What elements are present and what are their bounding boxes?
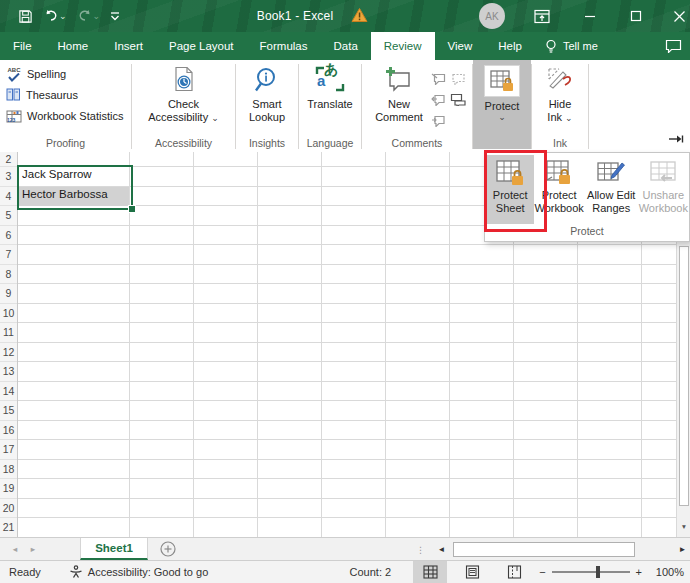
tabbar-splitter[interactable]: ⋮ bbox=[416, 538, 425, 561]
ribbon-display-options-icon bbox=[534, 9, 550, 24]
tab-view[interactable]: View bbox=[435, 32, 486, 60]
allow-edit-ranges-label-line1: Allow Edit bbox=[587, 189, 635, 201]
spelling-icon: ABC bbox=[6, 67, 22, 82]
row-headers[interactable]: 23456789101112131415161718192021 bbox=[0, 152, 18, 537]
horizontal-scrollbar-track[interactable] bbox=[449, 542, 675, 557]
row-header-14[interactable]: 14 bbox=[0, 382, 17, 402]
previous-comment-button[interactable] bbox=[448, 68, 468, 89]
tab-help[interactable]: Help bbox=[485, 32, 535, 60]
row-header-17[interactable]: 17 bbox=[0, 440, 17, 460]
accessibility-status[interactable]: Accessibility: Good to go bbox=[69, 565, 208, 579]
row-header-11[interactable]: 11 bbox=[0, 323, 17, 343]
fill-handle[interactable] bbox=[128, 205, 136, 213]
undo-dropdown-chevron-icon[interactable]: ⌄ bbox=[59, 12, 67, 20]
accessibility-checker-icon bbox=[69, 565, 83, 579]
close-button[interactable] bbox=[657, 0, 690, 32]
sheet-nav-right-button[interactable]: ► bbox=[22, 541, 45, 558]
undo-button[interactable]: ⌄ bbox=[39, 6, 71, 26]
count-indicator[interactable]: Count: 2 bbox=[350, 566, 392, 578]
row-header-8[interactable]: 8 bbox=[0, 265, 17, 285]
hide-ink-button[interactable]: Hide Ink ⌄ bbox=[532, 63, 588, 123]
maximize-button[interactable] bbox=[614, 0, 658, 32]
grid-row-8 bbox=[18, 265, 676, 285]
excel-window: ⌄ ⌄ Book1 - Excel bbox=[0, 0, 690, 583]
zoom-slider[interactable] bbox=[552, 571, 630, 573]
zoom-level[interactable]: 100% bbox=[650, 566, 684, 578]
warning-icon[interactable] bbox=[351, 7, 368, 25]
zoom-in-button[interactable]: + bbox=[636, 566, 642, 578]
window-title: Book1 - Excel bbox=[160, 9, 430, 23]
tell-me-label: Tell me bbox=[563, 40, 598, 52]
tab-formulas[interactable]: Formulas bbox=[247, 32, 321, 60]
row-header-9[interactable]: 9 bbox=[0, 284, 17, 304]
delete-comment-button[interactable] bbox=[428, 68, 448, 89]
vertical-scrollbar-thumb[interactable] bbox=[679, 246, 689, 506]
row-header-3[interactable]: 3 bbox=[0, 167, 17, 187]
ribbon-display-options-button[interactable] bbox=[520, 0, 564, 32]
workbook-statistics-button[interactable]: 123 Workbook Statistics bbox=[6, 107, 137, 125]
grid-row-15 bbox=[18, 401, 676, 421]
tab-page-layout[interactable]: Page Layout bbox=[156, 32, 247, 60]
minimize-icon bbox=[584, 10, 596, 22]
comments-pane-button[interactable] bbox=[665, 32, 682, 60]
redo-button[interactable]: ⌄ bbox=[73, 6, 105, 26]
horizontal-scrollbar-thumb[interactable] bbox=[453, 542, 635, 557]
tab-insert[interactable]: Insert bbox=[101, 32, 156, 60]
sheet-tab-sheet1[interactable]: Sheet1 bbox=[80, 538, 148, 560]
row-header-18[interactable]: 18 bbox=[0, 460, 17, 480]
row-header-2[interactable]: 2 bbox=[0, 152, 17, 167]
row-header-7[interactable]: 7 bbox=[0, 245, 17, 265]
smart-lookup-button[interactable]: Smart Lookup bbox=[239, 63, 295, 123]
next-comment-button[interactable] bbox=[428, 89, 448, 110]
row-header-4[interactable]: 4 bbox=[0, 187, 17, 207]
row-header-16[interactable]: 16 bbox=[0, 421, 17, 441]
hide-ink-chevron-icon: ⌄ bbox=[565, 113, 573, 123]
menu-item-allow-edit-ranges[interactable]: Allow Edit Ranges bbox=[584, 155, 639, 224]
show-comments-button[interactable] bbox=[448, 89, 468, 110]
new-sheet-button[interactable] bbox=[148, 538, 188, 560]
grid-row-14 bbox=[18, 382, 676, 402]
tab-review[interactable]: Review bbox=[371, 32, 435, 60]
thesaurus-button[interactable]: Thesaurus bbox=[6, 86, 137, 104]
protect-button[interactable]: Protect ⌄ bbox=[473, 60, 531, 149]
row-header-19[interactable]: 19 bbox=[0, 479, 17, 499]
tell-me-button[interactable]: Tell me bbox=[535, 32, 608, 60]
normal-view-button[interactable] bbox=[413, 561, 447, 583]
row-header-12[interactable]: 12 bbox=[0, 343, 17, 363]
scroll-right-button[interactable]: ► bbox=[675, 542, 690, 557]
scroll-left-button[interactable]: ◄ bbox=[434, 542, 449, 557]
zoom-slider-thumb[interactable] bbox=[596, 566, 600, 578]
check-accessibility-button[interactable]: Check Accessibility ⌄ bbox=[148, 63, 220, 123]
row-header-20[interactable]: 20 bbox=[0, 499, 17, 519]
page-layout-view-button[interactable] bbox=[455, 561, 489, 583]
page-break-preview-button[interactable] bbox=[497, 561, 531, 583]
translate-button[interactable]: あ a Translate bbox=[302, 63, 358, 111]
spelling-button[interactable]: ABC Spelling bbox=[6, 65, 137, 83]
zoom-out-button[interactable]: − bbox=[539, 566, 545, 578]
row-header-15[interactable]: 15 bbox=[0, 401, 17, 421]
row-header-6[interactable]: 6 bbox=[0, 226, 17, 246]
ribbon-scroll-right-icon[interactable] bbox=[668, 134, 684, 146]
new-comment-button[interactable]: New Comment bbox=[370, 63, 428, 123]
scroll-down-button[interactable]: ▼ bbox=[678, 518, 690, 535]
tab-data[interactable]: Data bbox=[321, 32, 371, 60]
minimize-button[interactable] bbox=[568, 0, 612, 32]
row-header-13[interactable]: 13 bbox=[0, 362, 17, 382]
horizontal-scrollbar[interactable]: ◄ ► bbox=[434, 540, 690, 558]
protect-icon bbox=[484, 65, 520, 97]
spelling-label: Spelling bbox=[27, 68, 66, 80]
tab-home[interactable]: Home bbox=[45, 32, 102, 60]
new-comment-label-line1: New bbox=[388, 98, 410, 110]
lightbulb-icon bbox=[545, 39, 557, 54]
row-header-21[interactable]: 21 bbox=[0, 518, 17, 538]
row-header-10[interactable]: 10 bbox=[0, 304, 17, 324]
account-avatar[interactable]: AK bbox=[479, 3, 505, 29]
tab-file[interactable]: File bbox=[0, 32, 45, 60]
save-button[interactable] bbox=[14, 6, 37, 27]
maximize-icon bbox=[630, 10, 642, 22]
close-icon bbox=[673, 10, 686, 23]
show-ink-button[interactable] bbox=[428, 110, 448, 131]
customize-qat-button[interactable] bbox=[106, 7, 124, 25]
redo-dropdown-chevron-icon: ⌄ bbox=[93, 12, 101, 20]
row-header-5[interactable]: 5 bbox=[0, 206, 17, 226]
